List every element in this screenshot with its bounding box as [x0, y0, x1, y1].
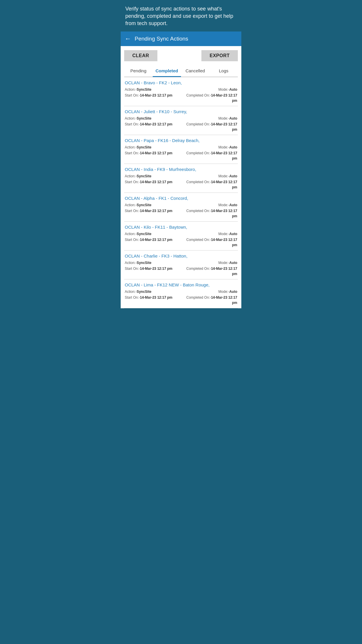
mode-value: Auto: [229, 145, 237, 149]
completed-value: 14-Mar-23 12:17 pm: [211, 295, 237, 305]
action-label: Action:-: [125, 88, 137, 92]
back-button[interactable]: ←: [125, 35, 131, 43]
mode-label: Mode:-: [218, 174, 229, 178]
completed-label: Completed On:-: [186, 180, 211, 184]
action-value: SyncSite: [137, 203, 152, 207]
start-label: Start On:-: [125, 209, 140, 213]
header-bar: ← Pending Sync Actions: [121, 32, 241, 46]
description-text: Verify status of sync actions to see wha…: [121, 0, 241, 32]
mode-label: Mode:-: [218, 290, 229, 294]
item-title: OCLAN - Charlie - FK3 - Hatton,: [125, 253, 237, 258]
action-label: Action:-: [125, 261, 137, 265]
start-value: 14-Mar-23 12:17 pm: [140, 180, 172, 184]
start-label: Start On:-: [125, 93, 140, 97]
action-value: SyncSite: [137, 261, 152, 265]
item-title: OCLAN - Kilo - FK11 - Baytown,: [125, 225, 237, 230]
item-title: OCLAN - Papa - FK16 - Delray Beach,: [125, 138, 237, 143]
start-label: Start On:-: [125, 238, 140, 242]
list-item[interactable]: OCLAN - Charlie - FK3 - Hatton, Action:-…: [124, 250, 238, 279]
header-title: Pending Sync Actions: [135, 36, 188, 42]
completed-label: Completed On:-: [186, 209, 211, 213]
action-value: SyncSite: [137, 145, 152, 149]
mode-label: Mode:-: [218, 145, 229, 149]
start-label: Start On:-: [125, 295, 140, 300]
start-label: Start On:-: [125, 267, 140, 271]
completed-label: Completed On:-: [186, 267, 211, 271]
start-value: 14-Mar-23 12:17 pm: [140, 295, 172, 300]
mode-label: Mode:-: [218, 116, 229, 120]
completed-label: Completed On:-: [186, 122, 211, 126]
list-item[interactable]: OCLAN - Kilo - FK11 - Baytown, Action:-S…: [124, 221, 238, 250]
completed-value: 14-Mar-23 12:17 pm: [211, 180, 237, 189]
mode-value: Auto: [229, 290, 237, 294]
list-item[interactable]: OCLAN - Lima - FK12 NEW - Baton Rouge, A…: [124, 279, 238, 308]
action-value: SyncSite: [137, 116, 152, 120]
completed-value: 14-Mar-23 12:17 pm: [211, 93, 237, 103]
mode-value: Auto: [229, 116, 237, 120]
completed-value: 14-Mar-23 12:17 pm: [211, 122, 237, 132]
mode-label: Mode:-: [218, 232, 229, 236]
list-item[interactable]: OCLAN - Juliett - FK10 - Surrey, Action:…: [124, 106, 238, 135]
start-value: 14-Mar-23 12:17 pm: [140, 93, 172, 97]
start-value: 14-Mar-23 12:17 pm: [140, 151, 172, 155]
main-content: CLEAR EXPORT PendingCompletedCancelledLo…: [121, 46, 241, 308]
completed-label: Completed On:-: [186, 238, 211, 242]
start-value: 14-Mar-23 12:17 pm: [140, 267, 172, 271]
tab-completed[interactable]: Completed: [153, 65, 181, 77]
item-title: OCLAN - Juliett - FK10 - Surrey,: [125, 109, 237, 114]
list-item[interactable]: OCLAN - Alpha - FK1 - Concord, Action:-S…: [124, 192, 238, 221]
tabs-row: PendingCompletedCancelledLogs: [124, 65, 238, 77]
mode-value: Auto: [229, 232, 237, 236]
mode-value: Auto: [229, 174, 237, 178]
start-value: 14-Mar-23 12:17 pm: [140, 238, 172, 242]
list-item[interactable]: OCLAN - India - FK9 - Murfreesboro, Acti…: [124, 164, 238, 192]
mode-value: Auto: [229, 203, 237, 207]
start-label: Start On:-: [125, 151, 140, 155]
list-container: OCLAN - Bravo - FK2 - Leon, Action:-Sync…: [124, 77, 238, 308]
action-value: SyncSite: [137, 88, 152, 92]
tab-pending[interactable]: Pending: [124, 65, 153, 77]
action-label: Action:-: [125, 145, 137, 149]
list-item[interactable]: OCLAN - Papa - FK16 - Delray Beach, Acti…: [124, 135, 238, 164]
tab-cancelled[interactable]: Cancelled: [181, 65, 210, 77]
action-label: Action:-: [125, 116, 137, 120]
action-buttons: CLEAR EXPORT: [124, 50, 238, 61]
mode-label: Mode:-: [218, 88, 229, 92]
completed-value: 14-Mar-23 12:17 pm: [211, 209, 237, 218]
export-button[interactable]: EXPORT: [201, 50, 238, 61]
start-label: Start On:-: [125, 180, 140, 184]
start-label: Start On:-: [125, 122, 140, 126]
action-label: Action:-: [125, 232, 137, 236]
mode-value: Auto: [229, 88, 237, 92]
list-item[interactable]: OCLAN - Bravo - FK2 - Leon, Action:-Sync…: [124, 77, 238, 106]
start-value: 14-Mar-23 12:17 pm: [140, 122, 172, 126]
item-title: OCLAN - Bravo - FK2 - Leon,: [125, 80, 237, 85]
item-title: OCLAN - India - FK9 - Murfreesboro,: [125, 167, 237, 172]
action-value: SyncSite: [137, 290, 152, 294]
action-label: Action:-: [125, 203, 137, 207]
completed-label: Completed On:-: [186, 93, 211, 97]
mode-label: Mode:-: [218, 203, 229, 207]
action-value: SyncSite: [137, 174, 152, 178]
start-value: 14-Mar-23 12:17 pm: [140, 209, 172, 213]
item-title: OCLAN - Alpha - FK1 - Concord,: [125, 196, 237, 201]
completed-value: 14-Mar-23 12:17 pm: [211, 267, 237, 276]
clear-button[interactable]: CLEAR: [124, 50, 157, 61]
completed-label: Completed On:-: [186, 295, 211, 300]
action-value: SyncSite: [137, 232, 152, 236]
mode-label: Mode:-: [218, 261, 229, 265]
mode-value: Auto: [229, 261, 237, 265]
completed-value: 14-Mar-23 12:17 pm: [211, 151, 237, 160]
action-label: Action:-: [125, 290, 137, 294]
item-title: OCLAN - Lima - FK12 NEW - Baton Rouge,: [125, 282, 237, 287]
completed-value: 14-Mar-23 12:17 pm: [211, 238, 237, 247]
action-label: Action:-: [125, 174, 137, 178]
tab-logs[interactable]: Logs: [210, 65, 238, 77]
completed-label: Completed On:-: [186, 151, 211, 155]
